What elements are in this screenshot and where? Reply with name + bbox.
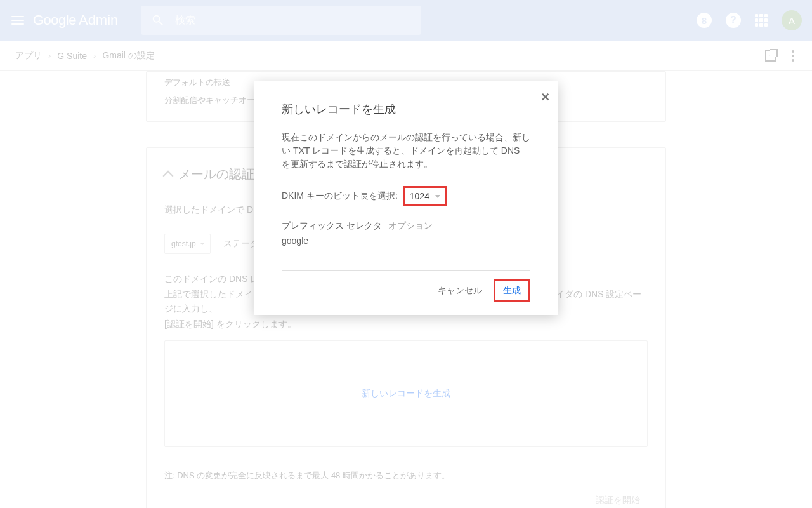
modal-footer: キャンセル 生成	[282, 270, 530, 315]
modal-title: 新しいレコードを生成	[282, 102, 530, 117]
prefix-label: プレフィックス セレクタ	[282, 220, 382, 232]
generate-button[interactable]: 生成	[494, 279, 530, 302]
modal-overlay: × 新しいレコードを生成 現在このドメインからのメールの認証を行っている場合、新…	[0, 0, 812, 508]
modal-description: 現在このドメインからのメールの認証を行っている場合、新しい TXT レコードを生…	[282, 131, 530, 171]
dkim-bit-row: DKIM キーのビット長を選択: 1024	[282, 186, 530, 206]
prefix-group: プレフィックス セレクタ オプション google	[282, 220, 530, 246]
dkim-bit-select[interactable]: 1024	[403, 186, 447, 206]
generate-record-modal: × 新しいレコードを生成 現在このドメインからのメールの認証を行っている場合、新…	[254, 81, 558, 315]
dkim-bit-label: DKIM キーのビット長を選択:	[282, 190, 398, 202]
prefix-value: google	[282, 236, 530, 246]
prefix-optional: オプション	[388, 220, 433, 232]
cancel-button[interactable]: キャンセル	[436, 281, 483, 300]
close-icon[interactable]: ×	[541, 89, 549, 105]
